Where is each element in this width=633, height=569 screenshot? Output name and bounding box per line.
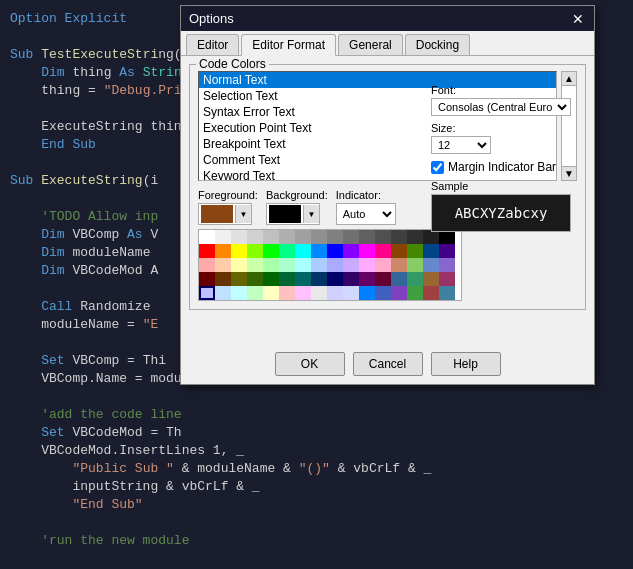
ok-button[interactable]: OK xyxy=(275,352,345,376)
size-select[interactable]: 12 xyxy=(431,136,491,154)
palette-cell[interactable] xyxy=(311,286,327,300)
palette-cell[interactable] xyxy=(327,272,343,286)
palette-cell[interactable] xyxy=(215,272,231,286)
palette-cell[interactable] xyxy=(359,286,375,300)
palette-cell[interactable] xyxy=(247,244,263,258)
indicator-select[interactable]: Auto None xyxy=(336,203,396,225)
palette-cell[interactable] xyxy=(327,286,343,300)
tab-editor-format[interactable]: Editor Format xyxy=(241,34,336,56)
palette-cell[interactable] xyxy=(423,230,439,244)
palette-cell[interactable] xyxy=(423,244,439,258)
palette-cell[interactable] xyxy=(279,286,295,300)
palette-cell[interactable] xyxy=(391,244,407,258)
palette-cell[interactable] xyxy=(199,272,215,286)
palette-cell[interactable] xyxy=(343,286,359,300)
palette-cell[interactable] xyxy=(263,286,279,300)
palette-cell[interactable] xyxy=(311,258,327,272)
palette-cell[interactable] xyxy=(295,230,311,244)
palette-cell[interactable] xyxy=(343,272,359,286)
palette-cell[interactable] xyxy=(295,244,311,258)
palette-cell[interactable] xyxy=(407,272,423,286)
palette-cell[interactable] xyxy=(391,272,407,286)
palette-cell[interactable] xyxy=(279,272,295,286)
code-colors-label: Code Colors xyxy=(196,57,269,71)
palette-cell[interactable] xyxy=(263,244,279,258)
palette-cell[interactable] xyxy=(327,230,343,244)
tab-general[interactable]: General xyxy=(338,34,403,55)
palette-cell[interactable] xyxy=(327,258,343,272)
palette-cell[interactable] xyxy=(311,272,327,286)
palette-cell[interactable] xyxy=(215,286,231,300)
palette-cell[interactable] xyxy=(423,272,439,286)
palette-cell[interactable] xyxy=(359,230,375,244)
palette-cell[interactable] xyxy=(231,272,247,286)
palette-cell[interactable] xyxy=(247,230,263,244)
palette-cell[interactable] xyxy=(375,272,391,286)
palette-cell[interactable] xyxy=(247,286,263,300)
palette-cell[interactable] xyxy=(439,286,455,300)
palette-cell[interactable] xyxy=(231,244,247,258)
palette-cell[interactable] xyxy=(199,244,215,258)
palette-cell[interactable] xyxy=(375,244,391,258)
palette-cell-selected[interactable] xyxy=(199,286,215,300)
background-arrow[interactable]: ▼ xyxy=(303,205,319,223)
palette-cell[interactable] xyxy=(247,272,263,286)
palette-row-5 xyxy=(199,286,461,300)
palette-cell[interactable] xyxy=(439,230,455,244)
font-select[interactable]: Consolas (Central Europe xyxy=(431,98,571,116)
palette-cell[interactable] xyxy=(263,230,279,244)
palette-cell[interactable] xyxy=(439,258,455,272)
help-button[interactable]: Help xyxy=(431,352,501,376)
palette-cell[interactable] xyxy=(343,230,359,244)
foreground-arrow[interactable]: ▼ xyxy=(235,205,251,223)
palette-cell[interactable] xyxy=(247,258,263,272)
palette-cell[interactable] xyxy=(375,258,391,272)
palette-cell[interactable] xyxy=(295,272,311,286)
palette-cell[interactable] xyxy=(359,258,375,272)
palette-cell[interactable] xyxy=(439,272,455,286)
palette-cell[interactable] xyxy=(359,244,375,258)
palette-cell[interactable] xyxy=(311,244,327,258)
foreground-dropdown[interactable]: ▼ xyxy=(198,203,252,225)
palette-cell[interactable] xyxy=(199,230,215,244)
palette-cell[interactable] xyxy=(423,258,439,272)
palette-cell[interactable] xyxy=(279,230,295,244)
palette-cell[interactable] xyxy=(231,258,247,272)
palette-cell[interactable] xyxy=(279,258,295,272)
cancel-button[interactable]: Cancel xyxy=(353,352,423,376)
tab-docking[interactable]: Docking xyxy=(405,34,470,55)
palette-cell[interactable] xyxy=(407,286,423,300)
background-dropdown[interactable]: ▼ xyxy=(266,203,320,225)
palette-cell[interactable] xyxy=(215,230,231,244)
palette-cell[interactable] xyxy=(407,230,423,244)
palette-cell[interactable] xyxy=(343,244,359,258)
palette-cell[interactable] xyxy=(423,286,439,300)
palette-cell[interactable] xyxy=(375,230,391,244)
palette-cell[interactable] xyxy=(295,258,311,272)
close-button[interactable]: ✕ xyxy=(570,12,586,26)
palette-cell[interactable] xyxy=(439,244,455,258)
palette-cell[interactable] xyxy=(263,272,279,286)
palette-cell[interactable] xyxy=(391,258,407,272)
palette-cell[interactable] xyxy=(327,244,343,258)
palette-cell[interactable] xyxy=(215,244,231,258)
palette-cell[interactable] xyxy=(263,258,279,272)
palette-cell[interactable] xyxy=(343,258,359,272)
palette-cell[interactable] xyxy=(231,286,247,300)
palette-cell[interactable] xyxy=(359,272,375,286)
palette-cell[interactable] xyxy=(199,258,215,272)
margin-indicator-checkbox[interactable] xyxy=(431,161,444,174)
palette-cell[interactable] xyxy=(295,286,311,300)
palette-cell[interactable] xyxy=(215,258,231,272)
tab-editor[interactable]: Editor xyxy=(186,34,239,55)
palette-cell[interactable] xyxy=(407,258,423,272)
palette-cell[interactable] xyxy=(279,244,295,258)
palette-cell[interactable] xyxy=(231,230,247,244)
font-label: Font: xyxy=(431,84,586,96)
palette-cell[interactable] xyxy=(391,230,407,244)
palette-cell[interactable] xyxy=(391,286,407,300)
palette-cell[interactable] xyxy=(407,244,423,258)
foreground-swatch xyxy=(201,205,233,223)
palette-cell[interactable] xyxy=(375,286,391,300)
palette-cell[interactable] xyxy=(311,230,327,244)
